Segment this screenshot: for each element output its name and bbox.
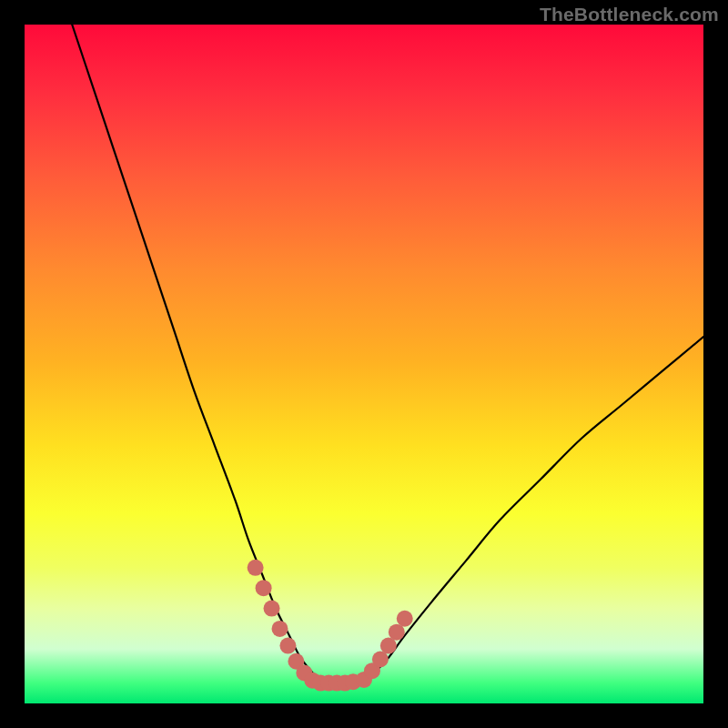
marker-dot [264, 601, 280, 617]
marker-dot [272, 621, 288, 637]
marker-dots-group [248, 560, 413, 692]
marker-dot [279, 638, 296, 654]
marker-dot [380, 638, 397, 654]
marker-dot [397, 611, 413, 627]
chart-plot-area [25, 25, 703, 703]
chart-svg [25, 25, 703, 703]
marker-dot [389, 624, 405, 641]
bottleneck-curve [72, 25, 703, 683]
marker-dot [256, 580, 272, 596]
marker-dot [372, 652, 389, 668]
marker-dot [248, 560, 264, 576]
watermark-text: TheBottleneck.com [540, 4, 719, 25]
